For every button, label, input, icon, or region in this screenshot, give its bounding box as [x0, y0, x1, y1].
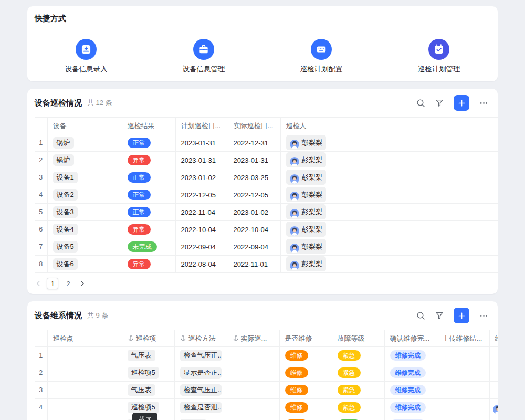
item-cell[interactable]: 巡检项5 — [122, 364, 174, 382]
point-cell[interactable] — [47, 399, 122, 416]
inspection-row[interactable]: 1 锅炉 正常 2023-01-31 2022-12-31 彭梨梨 — [35, 134, 498, 152]
actual-date-cell[interactable]: 2023-01-31 — [228, 152, 280, 169]
inspection-row[interactable]: 6 设备4 异常 2022-10-04 2022-10-04 彭梨梨 — [35, 221, 498, 238]
device-cell[interactable]: 设备5 — [47, 238, 122, 256]
inspection-row[interactable]: 7 设备5 未完成 2022-09-04 2022-09-04 彭梨梨 — [35, 238, 498, 256]
planned-date-cell[interactable]: 2023-01-02 — [175, 169, 228, 186]
device-cell[interactable]: 设备3 — [47, 204, 122, 221]
method-cell[interactable]: 检查是否泄... — [174, 399, 227, 416]
column-header[interactable]: 实际巡... — [227, 330, 279, 347]
inspector-cell[interactable]: 彭梨梨 — [280, 169, 333, 186]
confirm-cell[interactable]: 维修完成 — [384, 399, 437, 416]
point-cell[interactable] — [47, 416, 122, 420]
result-cell[interactable]: 异常 — [122, 152, 175, 169]
column-header[interactable]: 计划巡检日... — [175, 118, 228, 134]
method-cell[interactable]: 检查气压正... — [174, 382, 227, 399]
actual-cell[interactable] — [227, 399, 279, 416]
actual-cell[interactable] — [227, 347, 279, 364]
column-header[interactable]: 维... — [489, 330, 498, 347]
device-cell[interactable]: 锅炉 — [47, 152, 122, 169]
add-record-button[interactable] — [454, 95, 469, 111]
assignee-cell[interactable] — [489, 382, 498, 399]
shortcut-device-entry[interactable]: 设备信息录入 — [27, 39, 145, 74]
shortcut-plan-config[interactable]: 巡检计划配置 — [262, 39, 380, 74]
result-cell[interactable]: 未完成 — [122, 238, 175, 256]
repair-cell[interactable]: 维修 — [279, 347, 332, 364]
item-cell[interactable]: 气压表 — [122, 382, 174, 399]
planned-date-cell[interactable]: 2022-12-05 — [175, 186, 228, 204]
actual-date-cell[interactable]: 2023-01-02 — [228, 204, 280, 221]
point-cell[interactable] — [47, 382, 122, 399]
result-cell[interactable]: 正常 — [122, 134, 175, 152]
inspector-cell[interactable]: 彭梨梨 — [280, 152, 333, 169]
maintenance-row[interactable]: 1 气压表 检查气压正... 维修 紧急 维修完成 — [35, 347, 498, 364]
inspection-row[interactable]: 2 锅炉 异常 2023-01-31 2023-01-31 彭梨梨 — [35, 152, 498, 169]
result-cell[interactable]: 正常 — [122, 204, 175, 221]
filter-icon[interactable] — [435, 311, 444, 320]
confirm-cell[interactable]: 维修完成 — [384, 416, 437, 420]
maintenance-row[interactable]: 2 巡检项5 显示是否正... 维修 紧急 维修完成 — [35, 364, 498, 382]
maintenance-row[interactable]: 3 气压表 检查气压正... 维修 紧急 维修完成 — [35, 382, 498, 399]
method-cell[interactable]: 检查气压正... — [174, 347, 227, 364]
level-cell[interactable]: 紧急 — [332, 364, 384, 382]
repair-cell[interactable]: 维修 — [279, 416, 332, 420]
result-cell[interactable]: 异常 — [122, 221, 175, 238]
device-cell[interactable]: 设备2 — [47, 186, 122, 204]
device-cell[interactable]: 设备1 — [47, 169, 122, 186]
filter-icon[interactable] — [435, 99, 444, 107]
level-cell[interactable]: 紧急 — [332, 399, 384, 416]
actual-date-cell[interactable]: 2022-09-04 — [228, 238, 280, 256]
upload-cell[interactable] — [437, 347, 489, 364]
planned-date-cell[interactable]: 2023-01-31 — [175, 134, 228, 152]
actual-date-cell[interactable]: 2023-03-25 — [228, 169, 280, 186]
repair-cell[interactable]: 维修 — [279, 382, 332, 399]
inspection-row[interactable]: 5 设备3 正常 2022-11-04 2023-01-02 彭梨梨 — [35, 204, 498, 221]
inspector-cell[interactable]: 彭梨梨 — [280, 186, 333, 204]
inspection-row[interactable]: 8 设备6 异常 2022-08-04 2022-11-01 彭梨梨 — [35, 256, 498, 273]
upload-cell[interactable] — [437, 382, 489, 399]
device-cell[interactable]: 设备6 — [47, 256, 122, 273]
more-icon[interactable] — [479, 99, 488, 108]
actual-date-cell[interactable]: 2022-11-01 — [228, 256, 280, 273]
column-header[interactable]: 确认维修完... — [384, 330, 437, 347]
add-record-button[interactable] — [454, 308, 469, 323]
inspector-cell[interactable]: 彭梨梨 — [280, 221, 333, 238]
actual-date-cell[interactable]: 2022-10-04 — [228, 221, 280, 238]
planned-date-cell[interactable]: 2022-10-04 — [175, 221, 228, 238]
inspector-cell[interactable]: 彭梨梨 — [280, 256, 333, 273]
actual-date-cell[interactable]: 2022-12-05 — [228, 186, 280, 204]
actual-cell[interactable] — [227, 364, 279, 382]
shortcut-device-manage[interactable]: 设备信息管理 — [145, 39, 262, 74]
level-cell[interactable]: 一般 — [332, 416, 384, 420]
item-cell[interactable]: 气压表 — [122, 347, 174, 364]
planned-date-cell[interactable]: 2023-01-31 — [175, 152, 228, 169]
search-icon[interactable] — [416, 99, 425, 108]
level-cell[interactable]: 紧急 — [332, 347, 384, 364]
column-header[interactable]: 实际巡检日... — [228, 118, 280, 134]
maintenance-row[interactable]: 4 巡检项5 检查是否泄... 维修 紧急 维修完成 — [35, 399, 498, 416]
inspector-cell[interactable]: 彭梨梨 — [280, 134, 333, 152]
upload-cell[interactable] — [437, 399, 489, 416]
next-page-button[interactable] — [79, 280, 86, 287]
actual-date-cell[interactable]: 2022-12-31 — [228, 134, 280, 152]
column-header[interactable]: 故障等级 — [332, 330, 384, 347]
actual-cell[interactable] — [227, 416, 279, 420]
actual-cell[interactable] — [227, 382, 279, 399]
column-header[interactable]: 巡检人 — [280, 118, 333, 134]
column-header[interactable]: 巡检点 — [47, 330, 122, 347]
repair-cell[interactable]: 维修 — [279, 399, 332, 416]
device-cell[interactable]: 设备4 — [47, 221, 122, 238]
inspection-row[interactable]: 4 设备2 正常 2022-12-05 2022-12-05 彭梨梨 — [35, 186, 498, 204]
upload-cell[interactable] — [437, 364, 489, 382]
planned-date-cell[interactable]: 2022-11-04 — [175, 204, 228, 221]
shortcut-plan-manage[interactable]: 巡检计划管理 — [380, 39, 498, 74]
column-header[interactable]: 是否维修 — [279, 330, 332, 347]
page-2-button[interactable]: 2 — [62, 278, 74, 289]
level-cell[interactable]: 紧急 — [332, 382, 384, 399]
column-header[interactable]: 设备 — [47, 118, 122, 134]
page-1-button[interactable]: 1 — [47, 278, 58, 289]
inspection-row[interactable]: 3 设备1 正常 2023-01-02 2023-03-25 彭梨梨 — [35, 169, 498, 186]
column-header[interactable]: 巡检方法 — [174, 330, 227, 347]
column-header[interactable]: 上传维修结... — [437, 330, 489, 347]
inspector-cell[interactable]: 彭梨梨 — [280, 238, 333, 256]
